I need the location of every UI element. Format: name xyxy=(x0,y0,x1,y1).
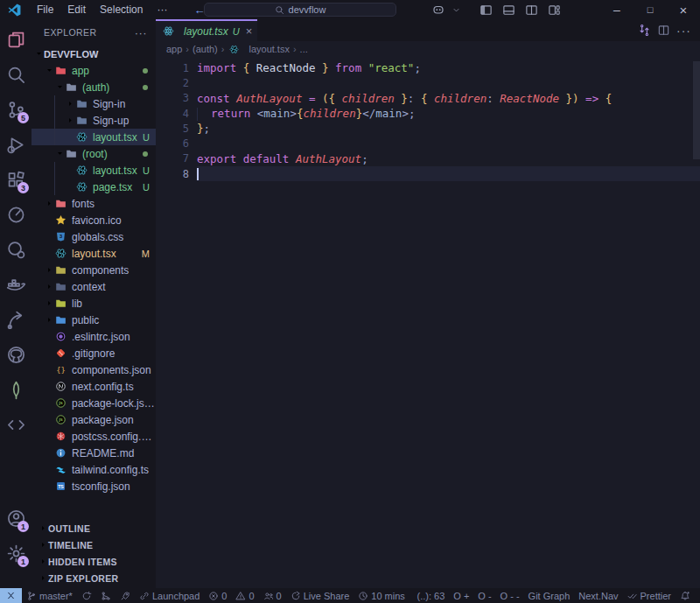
code-editor[interactable]: 1import { ReactNode } from "react";23con… xyxy=(156,57,700,588)
gauge-icon[interactable] xyxy=(0,197,32,232)
breadcrumb[interactable]: app›(auth)›layout.tsx›... xyxy=(156,41,700,57)
statusbar-launchpad[interactable]: Launchpad xyxy=(135,588,204,603)
statusbar-collaborators[interactable]: 0 xyxy=(259,588,286,603)
search-icon[interactable] xyxy=(0,57,32,92)
split-editor-icon[interactable] xyxy=(657,24,670,37)
tree-item-label: tsconfig.json xyxy=(72,480,156,493)
chevron-right-icon xyxy=(44,299,54,307)
tree-item--root-[interactable]: (root) xyxy=(32,145,156,162)
breadcrumb-item[interactable]: (auth) xyxy=(192,44,218,54)
code-tools-icon[interactable] xyxy=(0,407,32,442)
preview-icon[interactable] xyxy=(0,232,32,267)
extensions-icon[interactable]: 3 xyxy=(0,162,32,197)
tree-item-favicon-ico[interactable]: favicon.ico xyxy=(32,212,156,228)
statusbar-prettier[interactable]: Prettier xyxy=(623,588,676,603)
tree-item-tsconfig-json[interactable]: TStsconfig.json xyxy=(32,478,156,494)
menu-item-[interactable]: ··· xyxy=(150,4,174,16)
breadcrumb-item[interactable]: app xyxy=(166,44,182,54)
tree-item-public[interactable]: public xyxy=(32,312,156,328)
toggle-sidebar-icon[interactable] xyxy=(474,0,497,19)
folder-icon xyxy=(54,298,67,309)
more-actions-icon[interactable]: ··· xyxy=(676,24,691,38)
tree-item-devvflow[interactable]: DEVVFLOW xyxy=(32,46,156,62)
statusbar-errors[interactable]: 0 xyxy=(204,588,231,603)
tree-item-tailwind-config-ts[interactable]: tailwind.config.ts xyxy=(32,461,156,478)
source-control-icon[interactable]: 5 xyxy=(0,92,32,127)
tree-item-sign-up[interactable]: Sign-up xyxy=(32,112,156,129)
chevron-down-icon[interactable] xyxy=(450,0,462,19)
share-icon[interactable] xyxy=(0,302,32,337)
tree-item-app[interactable]: app xyxy=(32,62,156,79)
command-center-search[interactable]: devvflow xyxy=(204,3,396,17)
star-icon xyxy=(54,214,67,226)
run-debug-icon[interactable] xyxy=(0,127,32,162)
statusbar-o-plus[interactable]: O + xyxy=(449,588,473,603)
statusbar-o-minus-minus[interactable]: O - - xyxy=(496,588,524,603)
statusbar-graph[interactable] xyxy=(96,588,116,603)
tree-item-sign-in[interactable]: Sign-in xyxy=(32,95,156,112)
docker-icon[interactable] xyxy=(0,267,32,302)
accounts-icon[interactable]: 1 xyxy=(0,501,32,536)
tab-close-icon[interactable]: × xyxy=(246,25,253,38)
tree-item-next-config-ts[interactable]: next.config.ts xyxy=(32,378,156,395)
tree-item-layout-tsx[interactable]: layout.tsxM xyxy=(32,245,156,262)
tree-item--gitignore[interactable]: .gitignore xyxy=(32,345,156,361)
section-timeline[interactable]: TIMELINE xyxy=(32,536,156,553)
statusbar-char-count[interactable]: (..): 63 xyxy=(412,588,449,603)
split-editor-icon[interactable] xyxy=(520,0,542,19)
tree-item-page-tsx[interactable]: page.tsxU xyxy=(32,179,156,195)
statusbar-sync[interactable] xyxy=(77,588,96,603)
menu-item-file[interactable]: File xyxy=(30,4,60,16)
open-changes-icon[interactable] xyxy=(638,24,651,37)
statusbar-timer[interactable]: 10 mins xyxy=(354,588,410,603)
statusbar-warnings[interactable]: 0 xyxy=(231,588,258,603)
explorer-more-actions[interactable]: ··· xyxy=(135,26,147,39)
chevron-down-icon xyxy=(33,50,44,58)
tree-item-components[interactable]: components xyxy=(32,262,156,278)
status-bar: master*Launchpad000Live Share10 mins (..… xyxy=(0,588,700,603)
toggle-panel-icon[interactable] xyxy=(497,0,520,19)
tree-item-package-lock-json[interactable]: jspackage-lock.json xyxy=(32,395,156,411)
settings-icon[interactable]: 1 xyxy=(0,536,32,571)
close-button[interactable]: × xyxy=(667,0,700,19)
tree-item-globals-css[interactable]: 3globals.css xyxy=(32,228,156,245)
tree-item-readme-md[interactable]: README.md xyxy=(32,445,156,461)
customize-layout-icon[interactable] xyxy=(542,0,565,19)
explorer-icon[interactable] xyxy=(0,22,32,57)
minimize-button[interactable]: – xyxy=(600,0,634,19)
tree-item-fonts[interactable]: fonts xyxy=(32,195,156,212)
tree-item-layout-tsx[interactable]: layout.tsxU xyxy=(32,162,156,179)
tree-item-postcss-config-mjs[interactable]: postcss.config.mjs xyxy=(32,428,156,445)
menu-item-edit[interactable]: Edit xyxy=(60,4,93,16)
tree-item-context[interactable]: context xyxy=(32,278,156,295)
tab-layout-tsx[interactable]: layout.tsx U × xyxy=(156,19,257,41)
statusbar-next-nav[interactable]: Next.Nav xyxy=(574,588,622,603)
statusbar-notifications[interactable] xyxy=(676,588,695,603)
tree-item-components-json[interactable]: {}components.json xyxy=(32,361,156,378)
code-line-content: return <main>{children}</main>; xyxy=(197,107,415,121)
section-outline[interactable]: OUTLINE xyxy=(32,520,156,536)
maximize-button[interactable]: □ xyxy=(634,0,667,19)
statusbar-remote[interactable] xyxy=(0,588,22,603)
github-icon[interactable] xyxy=(0,337,32,372)
chevron-right-icon xyxy=(38,524,48,532)
statusbar-live-share[interactable]: Live Share xyxy=(286,588,354,603)
activity-bar: 53 11 xyxy=(0,19,32,588)
tree-item-package-json[interactable]: jspackage.json xyxy=(32,411,156,428)
section-hidden-items[interactable]: HIDDEN ITEMS xyxy=(32,553,156,570)
breadcrumb-item[interactable]: ... xyxy=(300,44,308,54)
statusbar-git-graph[interactable]: Git Graph xyxy=(524,588,575,603)
tree-item--auth-[interactable]: (auth) xyxy=(32,79,156,95)
tree-item--eslintrc-json[interactable]: .eslintrc.json xyxy=(32,328,156,345)
breadcrumb-item[interactable]: layout.tsx xyxy=(248,44,289,54)
statusbar-rocket[interactable] xyxy=(116,588,135,603)
editor-scrollbar[interactable] xyxy=(693,61,700,159)
menu-item-selection[interactable]: Selection xyxy=(93,4,150,16)
tree-item-lib[interactable]: lib xyxy=(32,295,156,312)
statusbar-o-minus[interactable]: O - xyxy=(473,588,495,603)
tree-item-layout-tsx[interactable]: layout.tsxU xyxy=(32,129,156,145)
section-zip-explorer[interactable]: ZIP EXPLORER xyxy=(32,570,156,586)
copilot-icon[interactable] xyxy=(427,0,450,19)
statusbar-git-branch[interactable]: master* xyxy=(22,588,77,603)
mongodb-icon[interactable] xyxy=(0,372,32,407)
